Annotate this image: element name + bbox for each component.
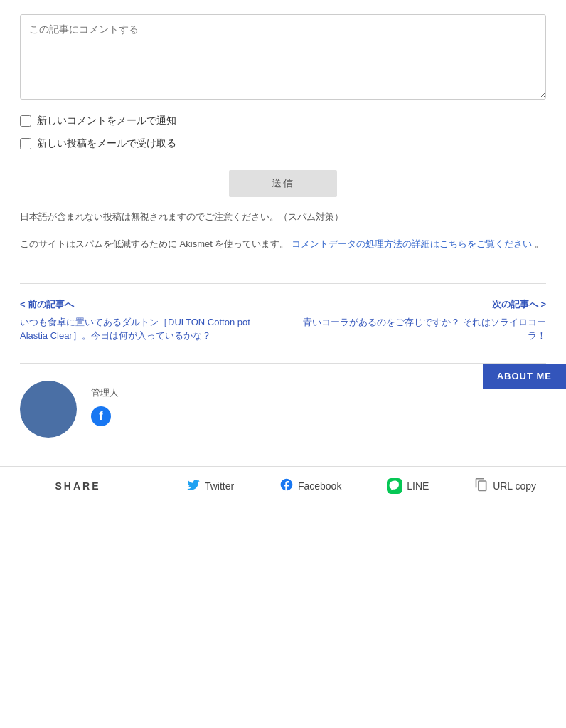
akismet-notice: このサイトはスパムを低減するために Akismet を使っています。 コメントデ…: [20, 236, 546, 252]
share-label-container: SHARE: [0, 467, 156, 506]
akismet-prefix: このサイトはスパムを低減するために Akismet を使っています。: [20, 238, 289, 249]
comment-textarea[interactable]: [20, 14, 546, 100]
spam-notice: 日本語が含まれない投稿は無視されますのでご注意ください。（スパム対策）: [20, 210, 546, 225]
copy-icon: [474, 478, 488, 495]
notify-posts-group: 新しい投稿をメールで受け取る: [20, 137, 546, 150]
avatar: [20, 381, 77, 438]
facebook-label: Facebook: [298, 480, 341, 492]
author-info: 管理人 f: [91, 381, 119, 426]
facebook-profile-link[interactable]: f: [91, 406, 111, 426]
facebook-share-icon: [279, 478, 294, 495]
share-buttons: Twitter Facebook LINE: [156, 475, 566, 498]
submit-container: 送信: [20, 170, 546, 197]
nav-prev-title[interactable]: いつも食卓に置いてあるダルトン［DULTON Cotton pot Alasti…: [20, 315, 272, 343]
nav-next-title[interactable]: 青いコーラがあるのをご存じですか？ それはソライロコーラ！: [294, 315, 546, 343]
line-icon: [387, 478, 402, 494]
author-section: ABOUT ME 管理人 f: [0, 364, 566, 466]
share-label: SHARE: [55, 480, 100, 492]
notify-posts-label: 新しい投稿をメールで受け取る: [37, 137, 176, 150]
notify-comments-label: 新しいコメントをメールで通知: [37, 115, 176, 127]
notify-comments-checkbox[interactable]: [20, 115, 31, 127]
twitter-label: Twitter: [205, 480, 234, 492]
about-me-button[interactable]: ABOUT ME: [483, 364, 566, 389]
main-wrapper: 新しいコメントをメールで通知 新しい投稿をメールで受け取る 送信 日本語が含まれ…: [0, 0, 566, 506]
share-bar: SHARE Twitter Facebook: [0, 466, 566, 506]
nav-next-label[interactable]: 次の記事へ >: [294, 298, 546, 311]
url-copy-label: URL copy: [493, 480, 536, 492]
line-label: LINE: [407, 480, 429, 492]
notify-comments-group: 新しいコメントをメールで通知: [20, 115, 546, 127]
nav-prev: < 前の記事へ いつも食卓に置いてあるダルトン［DULTON Cotton po…: [20, 298, 272, 343]
line-share-button[interactable]: LINE: [381, 475, 434, 497]
comment-section: 新しいコメントをメールで通知 新しい投稿をメールで受け取る 送信 日本語が含まれ…: [0, 0, 566, 266]
twitter-icon: [186, 478, 201, 495]
notify-posts-checkbox[interactable]: [20, 138, 31, 149]
akismet-suffix: 。: [535, 238, 544, 249]
nav-prev-label[interactable]: < 前の記事へ: [20, 298, 272, 311]
nav-section: < 前の記事へ いつも食卓に置いてあるダルトン［DULTON Cotton po…: [0, 284, 566, 363]
facebook-share-button[interactable]: Facebook: [274, 475, 347, 498]
submit-button[interactable]: 送信: [229, 170, 337, 197]
author-role: 管理人: [91, 386, 119, 399]
akismet-link[interactable]: コメントデータの処理方法の詳細はこちらをご覧ください: [292, 238, 532, 249]
nav-next: 次の記事へ > 青いコーラがあるのをご存じですか？ それはソライロコーラ！: [294, 298, 546, 343]
url-copy-button[interactable]: URL copy: [469, 475, 542, 498]
twitter-share-button[interactable]: Twitter: [181, 475, 240, 498]
